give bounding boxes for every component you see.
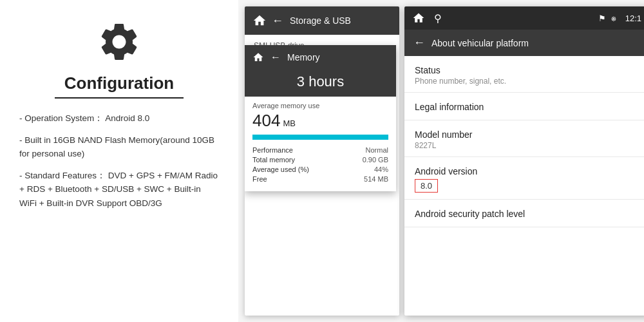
topbar-home-icon (412, 12, 425, 24)
android-version-num: 8.0 (421, 181, 432, 191)
stat-label: Free (252, 175, 267, 183)
stat-row: Performance Normal (252, 146, 388, 154)
about-row-status[interactable]: Status Phone number, signal, etc. (404, 56, 644, 93)
stat-row: Free 514 MB (252, 175, 388, 183)
storage-header-title: Storage & USB (290, 15, 351, 26)
stat-value: 44% (374, 166, 388, 173)
gear-icon (97, 19, 142, 67)
about-header: ← About vehicular platform (404, 30, 644, 56)
bluetooth-icon: ⎈ (611, 14, 616, 23)
stat-row: Average used (%) 44% (252, 166, 388, 173)
title-divider (55, 97, 184, 99)
about-panel: ⚲ ⚑ ⎈ 12:1 ← About vehicular platform St… (404, 6, 644, 316)
memory-mb: 404 MB (245, 111, 396, 135)
about-header-title: About vehicular platform (431, 38, 529, 48)
avg-memory-label: Average memory use (245, 97, 396, 111)
stat-value: Normal (366, 146, 388, 154)
page-title: Configuration (64, 73, 174, 93)
about-content: Status Phone number, signal, etc. Legal … (404, 56, 644, 227)
list-item: - Operation System： Android 8.0 (19, 111, 219, 126)
home-icon-small (252, 52, 264, 63)
about-row-security[interactable]: Android security patch level (404, 200, 644, 227)
about-row-android[interactable]: Android version 8.0 (404, 157, 644, 200)
location-icon: ⚑ (598, 14, 606, 23)
status-sub: Phone number, signal, etc. (415, 77, 639, 86)
memory-unit: MB (283, 118, 296, 128)
about-row-model[interactable]: Model number 8227L (404, 120, 644, 157)
memory-title: Memory (287, 52, 320, 62)
about-back-arrow[interactable]: ← (413, 36, 425, 50)
config-list: - Operation System： Android 8.0 - Built … (19, 111, 219, 218)
legal-title: Legal information (415, 102, 639, 112)
topbar-usb-icon: ⚲ (434, 12, 442, 24)
memory-num: 404 (252, 111, 280, 131)
back-arrow[interactable]: ← (272, 14, 283, 28)
home-icon (252, 14, 267, 28)
list-item: - Standard Features： DVD + GPS + FM/AM R… (19, 169, 219, 211)
memory-hours: 3 hours (245, 70, 396, 97)
security-title: Android security patch level (415, 209, 639, 219)
topbar-status-icons: ⚑ ⎈ (598, 14, 616, 23)
storage-panel: ← Storage & USB SMI USB drive Device sto… (245, 6, 399, 316)
storage-header: ← Storage & USB (245, 6, 399, 35)
memory-back-arrow[interactable]: ← (270, 52, 281, 63)
list-item: - Built in 16GB NAND Flash Memory(around… (19, 133, 219, 161)
model-num: 8227L (415, 141, 639, 150)
stat-value: 0.90 GB (363, 156, 388, 164)
about-row-legal[interactable]: Legal information (404, 93, 644, 120)
status-title: Status (415, 65, 639, 75)
memory-bar (252, 135, 388, 140)
topbar: ⚲ ⚑ ⎈ 12:1 (404, 6, 644, 30)
model-title: Model number (415, 129, 639, 140)
stat-label: Performance (252, 146, 293, 154)
memory-header: ← Memory (245, 45, 396, 70)
memory-stats: Performance Normal Total memory 0.90 GB … (245, 146, 396, 191)
topbar-time: 12:1 (625, 14, 641, 23)
stat-value: 514 MB (364, 175, 388, 183)
android-version-badge: 8.0 (415, 179, 438, 193)
left-panel: Configuration - Operation System： Androi… (0, 0, 238, 322)
stat-row: Total memory 0.90 GB (252, 156, 388, 164)
android-title: Android version (415, 166, 639, 176)
stat-label: Total memory (252, 156, 295, 164)
stat-label: Average used (%) (252, 166, 309, 173)
memory-overlay: ← Memory 3 hours Average memory use 404 … (245, 45, 396, 191)
